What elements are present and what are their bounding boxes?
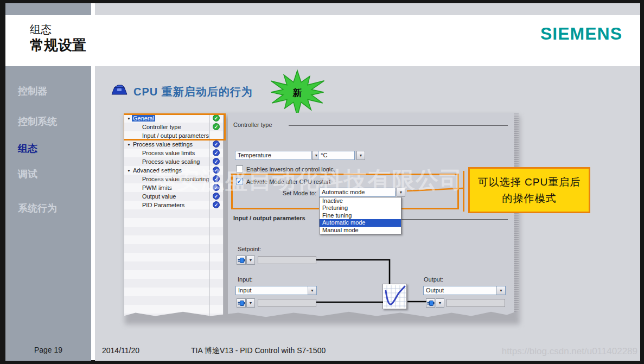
status-check-icon-blue: ✓ — [213, 175, 220, 182]
tree-row[interactable]: Process value scaling✓ — [124, 157, 223, 166]
tia-settings-panel: Controller type Temperature ▼ °C ▼ Enabl… — [228, 113, 514, 317]
tree-label[interactable]: Process value scaling — [141, 158, 201, 165]
setpoint-field[interactable] — [258, 256, 316, 264]
tia-tree[interactable]: ▼General✓Controller type✓Input / output … — [124, 113, 224, 320]
setpoint-plug-icon[interactable] — [237, 256, 246, 265]
footer-date: 2014/11/20 — [102, 346, 139, 355]
content-heading: CPU 重新启动后的行为 — [133, 85, 253, 99]
screenshot-torn-right-edge — [514, 113, 519, 318]
callout-line2: 的操作模式 — [502, 190, 557, 206]
unit-select[interactable]: °C — [318, 151, 355, 160]
mode-options-list[interactable]: InactivePretuningFine tuningAutomatic mo… — [319, 197, 401, 234]
output-source-arrow[interactable]: ▼ — [436, 298, 444, 308]
invert-logic-label: Enables inversion of control logic. — [246, 166, 335, 173]
tree-row[interactable]: ▼Advanced settings✓ — [124, 166, 223, 175]
output-dropdown-arrow[interactable]: ▼ — [496, 286, 505, 295]
mode-option[interactable]: Pretuning — [320, 205, 401, 212]
tia-screenshot: ▼General✓Controller type✓Input / output … — [124, 112, 519, 321]
sidebar-item-系统行为[interactable]: 系统行为 — [18, 202, 57, 215]
mode-option[interactable]: Manual mode — [320, 227, 401, 234]
expand-icon[interactable]: ▼ — [127, 143, 132, 146]
status-check-icon-blue: ✓ — [213, 141, 220, 148]
output-select-value: Output — [426, 287, 444, 293]
status-check-icon-blue: ✓ — [213, 167, 220, 174]
tree-row[interactable]: Output value✓ — [124, 192, 223, 201]
sidebar-item-调试[interactable]: 调试 — [18, 168, 37, 181]
toolbox-icon — [110, 83, 129, 97]
status-check-icon-blue: ✓ — [213, 193, 220, 200]
new-badge: 新 — [265, 87, 330, 99]
io-section-label: Input / output parameters — [233, 215, 305, 221]
callout-line1: 可以选择 CPU重启后 — [478, 174, 581, 190]
tree-row[interactable]: ▼Process value settings✓ — [124, 140, 223, 149]
activate-mode-label: Activate Mode after CPU restart — [246, 178, 330, 185]
tree-row[interactable]: Process value monitoring✓ — [124, 175, 223, 183]
unit-dropdown-arrow[interactable]: ▼ — [356, 151, 365, 160]
status-check-icon-blue: ✓ — [213, 149, 220, 156]
tree-row[interactable]: Process value limits✓ — [124, 149, 223, 157]
mode-option[interactable]: Automatic mode — [320, 219, 401, 226]
status-check-icon-blue: ✓ — [213, 158, 220, 165]
invert-logic-checkbox[interactable] — [236, 165, 243, 173]
setpoint-source-arrow[interactable]: ▼ — [246, 256, 255, 265]
output-select[interactable]: Output ▼ — [423, 286, 506, 295]
controller-type-section-label: Controller type — [233, 122, 272, 128]
footer-deck-title: TIA 博途V13 - PID Control with S7-1500 — [191, 346, 326, 356]
tree-label[interactable]: Process value settings — [132, 141, 194, 148]
set-mode-dropdown-arrow[interactable]: ▼ — [397, 188, 405, 197]
controller-type-select[interactable]: Temperature — [235, 151, 311, 160]
tree-row[interactable]: PWM limits✓ — [124, 183, 223, 192]
tree-label[interactable]: PID Parameters — [141, 202, 186, 208]
sidebar-item-控制器[interactable]: 控制器 — [18, 85, 47, 98]
sidebar-item-组态[interactable]: 组态 — [18, 142, 37, 155]
page-number: Page 19 — [5, 346, 91, 354]
slide-root: 组态 常规设置 SIEMENS 控制器控制系统组态调试系统行为 CPU 重新启动… — [0, 0, 644, 364]
sidebar-nav: 控制器控制系统组态调试系统行为 — [5, 76, 91, 282]
input-select[interactable]: Input ▼ — [235, 286, 317, 295]
input-plug-icon[interactable] — [237, 298, 246, 308]
slide-title-block: 组态 常规设置 — [30, 23, 86, 54]
section-rule — [289, 125, 508, 126]
mode-option[interactable]: Inactive — [320, 197, 401, 205]
siemens-logo: SIEMENS — [540, 24, 622, 44]
pid-trend-icon — [382, 284, 407, 309]
input-source-arrow[interactable]: ▼ — [246, 298, 255, 308]
setpoint-label: Setpoint: — [238, 246, 261, 252]
csdn-watermark-url: https://blog.csdn.net/u011402289 — [502, 346, 637, 357]
tree-label[interactable]: Process value limits — [141, 150, 196, 156]
input-label: Input: — [238, 276, 253, 283]
output-label: Output: — [424, 276, 443, 283]
input-field[interactable] — [258, 299, 316, 307]
tree-highlight-box — [123, 113, 226, 141]
tree-label[interactable]: Process value monitoring — [141, 176, 211, 182]
tree-label[interactable]: Output value — [141, 193, 177, 200]
sidebar-item-控制系统[interactable]: 控制系统 — [18, 115, 57, 128]
tree-row[interactable]: PID Parameters✓ — [124, 201, 223, 209]
callout-pointer-bar — [463, 171, 464, 212]
tree-label[interactable]: Advanced settings — [132, 167, 183, 174]
slide-subtitle: 组态 — [30, 23, 86, 36]
input-select-value: Input — [238, 287, 251, 293]
tree-label[interactable]: PWM limits — [141, 184, 173, 191]
activate-mode-checkbox[interactable]: ✓ — [236, 178, 243, 185]
status-check-icon-blue: ✓ — [213, 201, 220, 208]
callout-note: 可以选择 CPU重启后 的操作模式 — [468, 167, 590, 213]
input-dropdown-arrow[interactable]: ▼ — [308, 286, 316, 295]
expand-icon[interactable]: ▼ — [127, 169, 132, 173]
status-check-icon-blue: ✓ — [213, 184, 220, 191]
page-title: 常规设置 — [30, 36, 86, 54]
output-plug-icon[interactable] — [426, 298, 435, 308]
set-mode-select[interactable]: Automatic mode — [319, 188, 396, 197]
set-mode-label: Set Mode to: — [260, 190, 316, 196]
output-field[interactable] — [447, 299, 505, 307]
mode-option[interactable]: Fine tuning — [320, 212, 401, 219]
